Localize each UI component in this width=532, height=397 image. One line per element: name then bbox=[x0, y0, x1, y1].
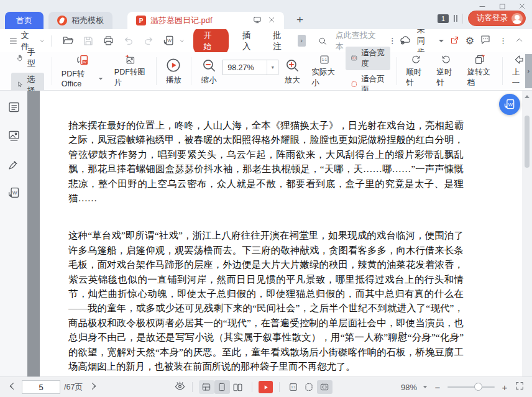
collapse-ribbon-icon[interactable] bbox=[515, 36, 523, 46]
fit-width-label: 适合宽度 bbox=[361, 48, 385, 69]
fit-width-status-button[interactable] bbox=[317, 380, 332, 394]
scroll-up-icon[interactable] bbox=[525, 95, 530, 98]
chevron-down-icon bbox=[39, 38, 45, 44]
zoom-in-button[interactable]: 放大 bbox=[278, 54, 306, 88]
export-to-word-button[interactable]: W bbox=[158, 35, 179, 47]
status-bar: /67页 1:1 98% − + bbox=[0, 376, 532, 397]
annotate-pen-icon[interactable] bbox=[7, 158, 21, 173]
play-label: 播放 bbox=[166, 75, 181, 86]
pdf-to-office-icon: W bbox=[74, 54, 91, 67]
feedback-icon[interactable] bbox=[480, 34, 491, 47]
pdf-to-office-button[interactable]: W PDF转Office bbox=[56, 54, 109, 88]
zoom-controls: 98% − + bbox=[401, 381, 525, 393]
rotate-clockwise-button[interactable]: 顺时针 bbox=[400, 54, 431, 88]
more-menu-icon[interactable]: ⋮ bbox=[497, 36, 510, 45]
image-panel-icon[interactable] bbox=[7, 129, 21, 145]
pdf-to-image-label: PDF转图片 bbox=[114, 67, 147, 88]
window-switch-icon[interactable] bbox=[454, 15, 457, 22]
redo-button[interactable] bbox=[139, 35, 158, 47]
zoom-percent-caret-icon[interactable] bbox=[423, 386, 427, 388]
ribbon-expand-strip[interactable]: › bbox=[525, 54, 532, 88]
page-number-input[interactable] bbox=[22, 380, 60, 394]
slideshow-play-button[interactable] bbox=[259, 381, 273, 393]
fit-page-status-button[interactable] bbox=[301, 380, 317, 394]
search-more-icon[interactable]: ⋮ bbox=[386, 36, 399, 45]
actual-size-button[interactable]: 1:1 实际大小 bbox=[306, 54, 342, 88]
zoom-plus-button[interactable]: + bbox=[500, 382, 509, 393]
window-controls bbox=[479, 2, 526, 11]
zoom-minus-button[interactable]: − bbox=[433, 382, 442, 393]
tab-document-label: 温莎墓园日记.pdf bbox=[150, 15, 213, 26]
new-tab-button[interactable]: + bbox=[296, 13, 303, 29]
tab-home-label: 首页 bbox=[16, 15, 32, 26]
tab-docer-templates[interactable]: 稻壳模板 bbox=[48, 12, 112, 29]
cloud-sync-icon[interactable] bbox=[399, 34, 411, 48]
pdf-page[interactable]: 抬来摆在最好的位置上，咚咚，人山人海，全本《狸猫换太子》，日光射在戏台边，亮相起… bbox=[40, 91, 522, 376]
pointer-tools: 手型 选择 bbox=[7, 54, 48, 88]
play-circle-icon bbox=[165, 57, 181, 73]
hamburger-icon bbox=[9, 36, 18, 46]
print-button[interactable] bbox=[98, 35, 119, 47]
maximize-icon[interactable] bbox=[498, 2, 506, 10]
pdf-to-word-panel-icon[interactable]: W bbox=[7, 186, 21, 202]
next-page-icon[interactable] bbox=[88, 381, 98, 394]
visitor-login-button[interactable]: 访客登录 bbox=[468, 11, 526, 26]
present-monitor-icon[interactable] bbox=[253, 16, 262, 26]
sync-caret-icon[interactable] bbox=[439, 40, 444, 42]
tab-close-icon[interactable] bbox=[268, 16, 275, 25]
zoom-out-button[interactable]: 缩小 bbox=[195, 54, 222, 88]
zoom-combobox[interactable]: ▾ bbox=[222, 60, 278, 75]
fit-width-button[interactable]: 适合宽度 bbox=[346, 47, 390, 70]
reading-mode-button[interactable] bbox=[199, 380, 214, 394]
tab-document[interactable]: P 温莎墓园日记.pdf bbox=[127, 12, 284, 29]
close-icon[interactable] bbox=[518, 2, 526, 10]
pdf-to-image-button[interactable]: PDF转图片 bbox=[109, 54, 152, 88]
tab-comment[interactable]: 批注 bbox=[273, 30, 288, 52]
rotate-ccw-label: 逆时针 bbox=[437, 67, 456, 88]
zoom-slider[interactable] bbox=[447, 386, 495, 388]
hand-tool-label: 手型 bbox=[27, 47, 39, 69]
minimize-icon[interactable] bbox=[479, 2, 486, 10]
zoom-slider-knob[interactable] bbox=[474, 383, 482, 391]
two-page-view-button[interactable] bbox=[230, 380, 245, 394]
tab-strip: 首页 稻壳模板 P 温莎墓园日记.pdf + bbox=[5, 12, 303, 29]
share-icon[interactable] bbox=[449, 35, 460, 47]
zoom-input[interactable] bbox=[223, 63, 267, 72]
fit-buttons: 适合宽度 适合页面 bbox=[343, 54, 393, 88]
comment-expand-icon[interactable]: › bbox=[298, 35, 306, 47]
word-convert-icon: W bbox=[503, 98, 516, 111]
vertical-scrollbar[interactable] bbox=[522, 91, 532, 376]
save-button[interactable] bbox=[78, 35, 98, 47]
rotate-document-icon bbox=[472, 54, 488, 65]
tab-insert[interactable]: 插入 bbox=[242, 30, 258, 52]
outline-panel-icon[interactable] bbox=[7, 101, 21, 116]
rotate-cw-icon bbox=[408, 54, 424, 65]
convert-to-word-float-button[interactable]: W bbox=[499, 94, 520, 115]
eye-protection-icon[interactable] bbox=[174, 380, 186, 395]
rotate-ccw-icon bbox=[438, 54, 454, 65]
single-page-view-button[interactable] bbox=[214, 380, 230, 394]
rotate-counterclockwise-button[interactable]: 逆时针 bbox=[431, 54, 462, 88]
window-count-badge[interactable]: 1 bbox=[438, 14, 449, 23]
docer-logo-icon bbox=[57, 16, 67, 25]
search-icon[interactable] bbox=[313, 36, 332, 46]
tab-start[interactable]: 开始 bbox=[193, 27, 228, 55]
svg-text:1:1: 1:1 bbox=[322, 58, 327, 62]
previous-page-icon[interactable] bbox=[7, 381, 18, 394]
svg-text:W: W bbox=[12, 190, 17, 196]
svg-text:1:1: 1:1 bbox=[291, 385, 296, 389]
hand-tool-button[interactable]: 手型 bbox=[11, 45, 44, 70]
zoom-dropdown-icon[interactable]: ▾ bbox=[267, 60, 278, 75]
actual-size-status-button[interactable]: 1:1 bbox=[286, 380, 301, 394]
scrollbar-thumb[interactable] bbox=[525, 116, 530, 168]
zoom-percent-label[interactable]: 98% bbox=[401, 383, 417, 392]
page-total-label: /67页 bbox=[64, 382, 83, 393]
fullscreen-icon[interactable] bbox=[515, 381, 525, 393]
undo-button[interactable] bbox=[119, 35, 139, 47]
chevron-down-icon[interactable] bbox=[179, 38, 185, 44]
rotate-document-button[interactable]: 旋转文档 bbox=[462, 54, 498, 88]
gear-icon[interactable]: ⚙ bbox=[466, 35, 474, 47]
tab-home[interactable]: 首页 bbox=[5, 12, 44, 29]
open-file-button[interactable] bbox=[58, 35, 78, 47]
play-button[interactable]: 播放 bbox=[160, 54, 187, 88]
